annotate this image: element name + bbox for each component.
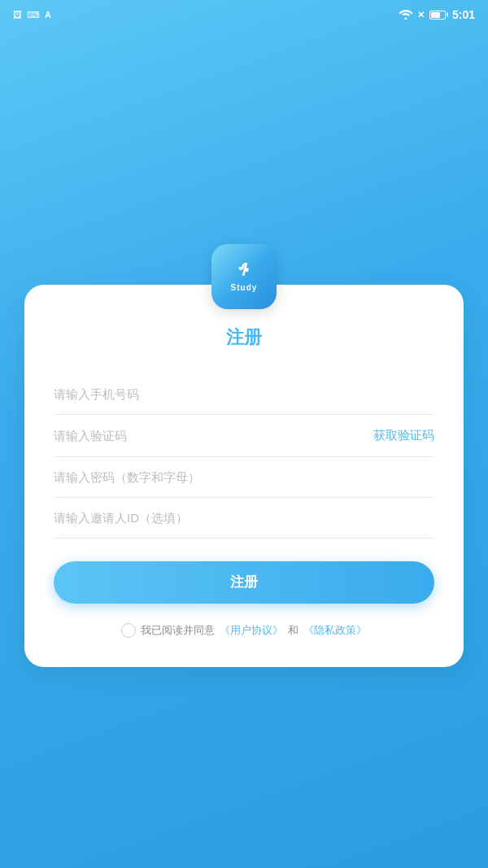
app-icon: ᠰ᠋ Study (211, 244, 277, 309)
password-field-container (54, 457, 434, 498)
icon-script: ᠰ᠋ (235, 260, 253, 281)
status-icon-kbd: ⌨ (27, 10, 40, 20)
phone-input[interactable] (54, 387, 434, 401)
agreement-connector: 和 (288, 623, 298, 638)
battery-icon (429, 11, 446, 20)
icon-chars: ᠰ᠋ Study (231, 260, 258, 292)
code-field-container: 获取验证码 (54, 415, 434, 457)
invite-input[interactable] (54, 511, 434, 525)
registration-card: 注册 获取验证码 注册 我已阅读并同意 《用户协议》 和 《隐私政策》 (24, 285, 464, 667)
register-button[interactable]: 注册 (54, 561, 434, 604)
get-verification-code-button[interactable]: 获取验证码 (373, 428, 434, 443)
sim-icon: ✕ (417, 10, 425, 20)
status-icon-img: 🖼 (13, 10, 22, 20)
agreement-checkbox[interactable] (121, 623, 136, 638)
code-input[interactable] (54, 429, 364, 443)
app-icon-wrapper: ᠰ᠋ Study (24, 244, 464, 309)
icon-study-label: Study (231, 283, 258, 292)
user-agreement-link[interactable]: 《用户协议》 (220, 623, 283, 638)
status-icon-a: A (45, 10, 51, 20)
status-left-icons: 🖼 ⌨ A (13, 10, 51, 20)
wifi-icon (399, 10, 412, 20)
status-bar: 🖼 ⌨ A ✕ 5:01 (0, 0, 488, 29)
agreement-row: 我已阅读并同意 《用户协议》 和 《隐私政策》 (54, 623, 434, 638)
status-time: 5:01 (452, 8, 475, 21)
status-right-icons: ✕ 5:01 (399, 8, 475, 21)
phone-field-container (54, 374, 434, 415)
password-input[interactable] (54, 470, 434, 484)
privacy-policy-link[interactable]: 《隐私政策》 (303, 623, 367, 638)
main-container: ᠰ᠋ Study 注册 获取验证码 注册 我已阅读并同意 (24, 244, 464, 667)
card-title: 注册 (54, 325, 434, 350)
invite-field-container (54, 498, 434, 539)
agreement-prefix: 我已阅读并同意 (141, 623, 215, 638)
